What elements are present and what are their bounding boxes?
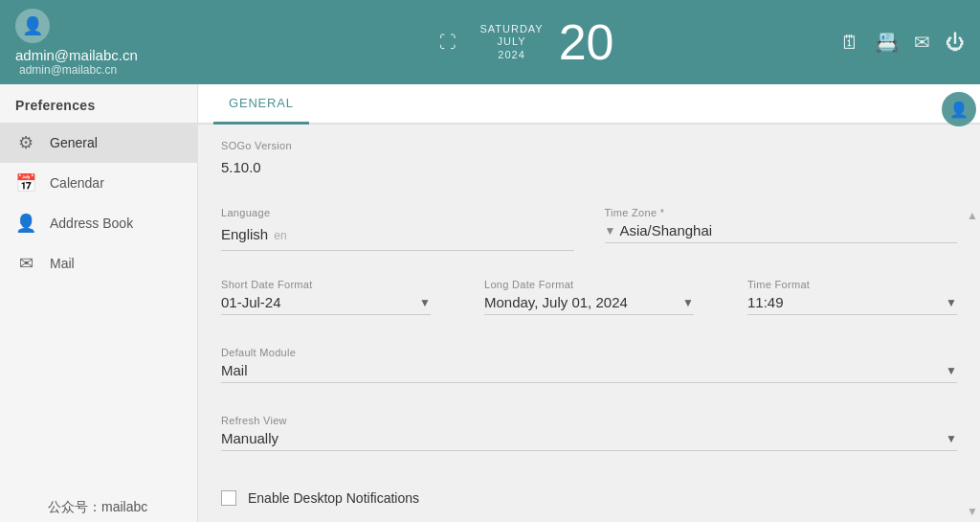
- language-label: Language: [221, 207, 574, 218]
- refresh-view-dropdown[interactable]: Manually ▼: [221, 430, 957, 451]
- sidebar-item-address-book[interactable]: 👤 Address Book: [0, 203, 197, 243]
- gear-icon: ⚙: [15, 132, 36, 153]
- sidebar: Preferences ⚙ General 📅 Calendar 👤 Addre…: [0, 84, 198, 522]
- avatar-icon: 👤: [22, 15, 43, 36]
- sidebar-item-mail-label: Mail: [50, 256, 75, 271]
- refresh-view-arrow: ▼: [946, 432, 957, 445]
- gravatar-row: Use Gravatar Alternate Avatar None ▼: [198, 513, 980, 522]
- timezone-value: Asia/Shanghai: [619, 222, 957, 238]
- date-block: SATURDAY JULY 2024: [479, 23, 543, 61]
- avatar: 👤: [15, 9, 50, 43]
- contacts-icon[interactable]: 📇: [875, 31, 899, 54]
- long-date-arrow: ▼: [682, 296, 694, 309]
- short-date-dropdown[interactable]: 01-Jul-24 ▼: [221, 294, 431, 315]
- short-date-arrow: ▼: [419, 296, 431, 309]
- scrollbar-up[interactable]: ▲: [967, 209, 978, 222]
- header-left: 👤 admin@mailabc.cn admin@mailabc.cn: [15, 9, 213, 77]
- date-number: 20: [559, 17, 614, 67]
- expand-icon[interactable]: ⛶: [439, 33, 457, 53]
- long-date-value: Monday, July 01, 2024: [484, 294, 682, 310]
- timezone-label: Time Zone *: [605, 207, 958, 218]
- scrollbar-down[interactable]: ▼: [967, 505, 978, 518]
- default-module-dropdown[interactable]: Mail ▼: [221, 362, 957, 383]
- user-email-main: admin@mailabc.cn: [15, 47, 213, 63]
- language-code: en: [274, 229, 286, 242]
- power-icon[interactable]: ⏻: [946, 32, 965, 54]
- header: 👤 admin@mailabc.cn admin@mailabc.cn ⛶ SA…: [0, 0, 980, 84]
- sidebar-item-addressbook-label: Address Book: [50, 216, 133, 231]
- timezone-column: Time Zone * ▼ Asia/Shanghai: [605, 207, 958, 251]
- calendar-sidebar-icon: 📅: [15, 172, 36, 193]
- fab-avatar[interactable]: 👤: [942, 92, 976, 126]
- long-date-label: Long Date Format: [484, 279, 694, 290]
- tab-bar: GENERAL: [198, 84, 980, 125]
- language-value: English: [221, 222, 268, 246]
- default-module-value: Mail: [221, 362, 946, 378]
- sidebar-item-general[interactable]: ⚙ General: [0, 123, 197, 163]
- avatar-row: 👤: [15, 9, 213, 43]
- time-format-arrow: ▼: [946, 296, 957, 309]
- time-format-col: Time Format 11:49 ▼: [747, 279, 957, 315]
- main-layout: Preferences ⚙ General 📅 Calendar 👤 Addre…: [0, 84, 980, 522]
- long-date-dropdown[interactable]: Monday, July 01, 2024 ▼: [484, 294, 694, 315]
- short-date-col: Short Date Format 01-Jul-24 ▼: [221, 279, 431, 315]
- user-email-sub: admin@mailabc.cn: [15, 63, 213, 77]
- sogo-version-section: SOGo Version 5.10.0: [198, 125, 980, 195]
- default-module-arrow: ▼: [946, 364, 957, 377]
- sidebar-item-mail[interactable]: ✉ Mail: [0, 243, 197, 284]
- desktop-notifications-checkbox[interactable]: [221, 490, 236, 506]
- default-module-label: Default Module: [221, 347, 957, 358]
- sidebar-section-title: Preferences: [0, 84, 197, 123]
- calendar-icon[interactable]: 🗓: [840, 32, 859, 54]
- mail-icon[interactable]: ✉: [914, 31, 930, 54]
- long-date-col: Long Date Format Monday, July 01, 2024 ▼: [484, 279, 694, 315]
- sogo-version-label: SOGo Version: [221, 140, 957, 151]
- short-date-label: Short Date Format: [221, 279, 431, 290]
- date-month: JULY: [479, 35, 543, 48]
- refresh-view-section: Refresh View Manually ▼: [198, 399, 980, 467]
- desktop-notifications-row: Enable Desktop Notifications: [198, 483, 980, 513]
- time-format-dropdown[interactable]: 11:49 ▼: [747, 294, 957, 315]
- time-format-value: 11:49: [747, 294, 946, 310]
- default-module-section: Default Module Mail ▼: [198, 331, 980, 399]
- date-year: 2024: [479, 49, 543, 61]
- time-format-label: Time Format: [747, 279, 957, 290]
- sogo-version-value: 5.10.0: [221, 155, 957, 179]
- sidebar-item-calendar-label: Calendar: [50, 175, 104, 191]
- content-scroll[interactable]: SOGo Version 5.10.0 Language English en …: [198, 125, 980, 522]
- desktop-notifications-label: Enable Desktop Notifications: [248, 490, 419, 506]
- spacer: [198, 467, 980, 483]
- sidebar-item-general-label: General: [50, 135, 98, 150]
- header-right: 🗓 📇 ✉ ⏻: [840, 31, 965, 54]
- addressbook-icon: 👤: [15, 213, 36, 234]
- lang-tz-row: Language English en Time Zone * ▼ Asia/S…: [198, 195, 980, 267]
- tab-general[interactable]: GENERAL: [213, 84, 309, 125]
- date-day: SATURDAY: [479, 23, 543, 35]
- refresh-view-label: Refresh View: [221, 415, 957, 426]
- refresh-view-value: Manually: [221, 430, 946, 446]
- timezone-dropdown[interactable]: ▼ Asia/Shanghai: [605, 222, 958, 243]
- header-center: ⛶ SATURDAY JULY 2024 20: [213, 17, 840, 67]
- language-column: Language English en: [221, 207, 574, 251]
- sidebar-item-calendar[interactable]: 📅 Calendar: [0, 163, 197, 203]
- date-format-row: Short Date Format 01-Jul-24 ▼ Long Date …: [198, 267, 980, 331]
- mail-sidebar-icon: ✉: [15, 253, 36, 274]
- short-date-value: 01-Jul-24: [221, 294, 419, 310]
- right-panel: 👤 GENERAL ▲ SOGo Version 5.10.0 Language…: [198, 84, 980, 522]
